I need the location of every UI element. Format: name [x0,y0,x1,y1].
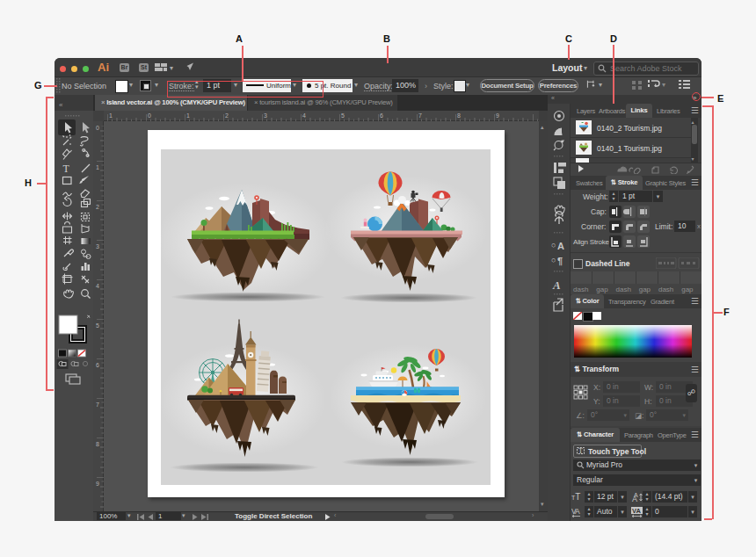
svg-text:VA: VA [632,507,641,515]
svg-text:○: ○ [551,241,556,250]
svg-text:8: 8 [457,112,461,119]
svg-text:1: 1 [96,164,99,170]
svg-text:5: 5 [341,112,345,119]
svg-text:VA: VA [571,507,580,516]
svg-text:7: 7 [418,112,422,119]
svg-text:6: 6 [96,362,99,368]
svg-text:9: 9 [96,481,99,487]
svg-text:A: A [632,495,637,503]
svg-text:4: 4 [96,283,99,289]
svg-text:8: 8 [96,441,99,447]
svg-text:6: 6 [380,112,383,119]
svg-text:A: A [552,278,561,292]
svg-text:A: A [557,241,564,251]
svg-text:9: 9 [496,112,499,119]
svg-text:0: 0 [96,125,99,131]
svg-text:2: 2 [225,112,229,119]
svg-text:2: 2 [96,204,99,210]
svg-text:1: 1 [109,112,113,119]
svg-text:¶: ¶ [557,256,563,266]
svg-text:5: 5 [96,322,99,329]
svg-text:0: 0 [148,112,151,119]
svg-text:T: T [578,447,583,455]
svg-text:3: 3 [264,112,267,119]
svg-text:7: 7 [96,401,99,408]
svg-text:3: 3 [96,243,99,250]
svg-text:1: 1 [186,112,190,119]
svg-text:○: ○ [551,256,556,264]
svg-text:T: T [63,163,70,175]
svg-text:4: 4 [302,112,306,119]
